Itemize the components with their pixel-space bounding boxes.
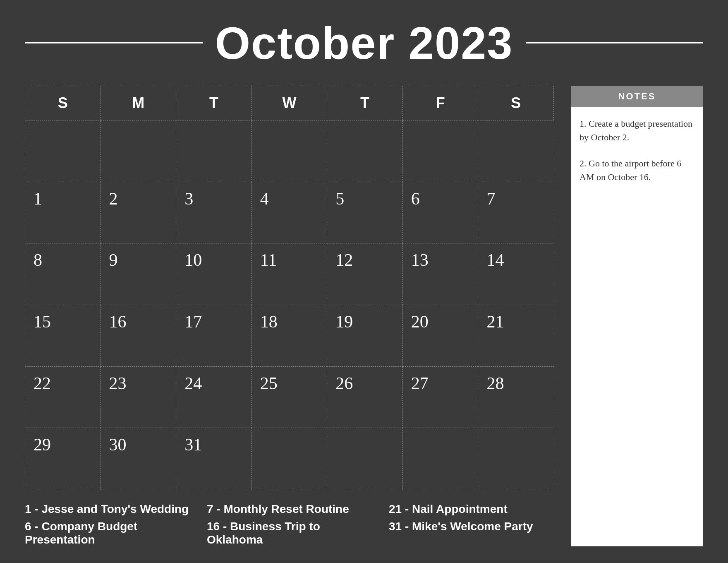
day-cell-9: 9 [101, 243, 177, 305]
day-header-fri: F [403, 86, 479, 120]
day-cell-19: 19 [327, 305, 403, 367]
day-cell-21: 21 [478, 305, 554, 367]
header-line-left [25, 42, 203, 43]
header: October 2023 [25, 17, 703, 69]
day-cell-1: 1 [25, 182, 101, 244]
day-cell-empty [25, 120, 101, 182]
day-cell-empty [252, 120, 328, 182]
day-cell-28: 28 [478, 367, 554, 428]
day-cell-25: 25 [252, 367, 328, 428]
event-6: 6 - Company Budget Presentation [25, 520, 190, 546]
day-cell-14: 14 [478, 243, 554, 305]
event-7: 7 - Monthly Reset Routine [207, 503, 372, 516]
day-cell-27: 27 [403, 367, 479, 428]
day-cell-26: 26 [327, 367, 403, 428]
day-cell-3: 3 [176, 182, 252, 244]
day-cell-empty [478, 428, 554, 490]
day-cell-empty [327, 120, 403, 182]
day-cell-15: 15 [25, 305, 101, 367]
day-cell-29: 29 [25, 428, 101, 490]
header-line-right [526, 42, 704, 43]
day-cell-empty [327, 428, 403, 490]
day-cell-18: 18 [252, 305, 328, 367]
notes-container: NOTES 1. Create a budget presentation by… [571, 86, 703, 546]
day-cell-20: 20 [403, 305, 479, 367]
main-content: S M T W T F S 1 2 3 4 5 [25, 86, 703, 546]
day-header-mon: M [101, 86, 177, 120]
day-cell-11: 11 [252, 243, 328, 305]
notes-body: 1. Create a budget presentation by Octob… [571, 107, 703, 546]
page-title: October 2023 [215, 17, 513, 69]
events-footer: 1 - Jesse and Tony's Wedding 7 - Monthly… [25, 503, 554, 546]
day-cell-4: 4 [252, 182, 328, 244]
day-cell-empty [403, 428, 479, 490]
day-cell-empty [252, 428, 328, 490]
day-cell-23: 23 [101, 367, 177, 428]
day-header-thu: T [327, 86, 403, 120]
day-cell-empty [176, 120, 252, 182]
day-cell-5: 5 [327, 182, 403, 244]
day-header-wed: W [252, 86, 328, 120]
day-header-sat: S [478, 86, 554, 120]
notes-header: NOTES [571, 86, 703, 107]
event-21: 21 - Nail Appointment [389, 503, 554, 516]
day-cell-8: 8 [25, 243, 101, 305]
day-header-sun: S [25, 86, 101, 120]
day-cell-17: 17 [176, 305, 252, 367]
event-16: 16 - Business Trip to Oklahoma [207, 520, 372, 546]
day-cell-16: 16 [101, 305, 177, 367]
day-cell-empty [478, 120, 554, 182]
day-cell-12: 12 [327, 243, 403, 305]
event-31: 31 - Mike's Welcome Party [389, 520, 554, 546]
day-cell-7: 7 [478, 182, 554, 244]
day-cell-10: 10 [176, 243, 252, 305]
day-cell-empty [403, 120, 479, 182]
day-header-tue: T [176, 86, 252, 120]
notes-section: NOTES 1. Create a budget presentation by… [571, 86, 703, 546]
calendar-section: S M T W T F S 1 2 3 4 5 [25, 86, 554, 546]
day-cell-24: 24 [176, 367, 252, 428]
day-cell-22: 22 [25, 367, 101, 428]
day-cell-13: 13 [403, 243, 479, 305]
day-cell-31: 31 [176, 428, 252, 490]
day-cell-2: 2 [101, 182, 177, 244]
page-container: October 2023 S M T W T F S [0, 0, 728, 563]
day-cell-empty [101, 120, 177, 182]
calendar-grid: S M T W T F S 1 2 3 4 5 [25, 86, 554, 490]
notes-note-2: 2. Go to the airport before 6 AM on Octo… [580, 156, 694, 184]
day-cell-6: 6 [403, 182, 479, 244]
event-1: 1 - Jesse and Tony's Wedding [25, 503, 190, 516]
notes-note-1: 1. Create a budget presentation by Octob… [580, 117, 694, 144]
day-cell-30: 30 [101, 428, 177, 490]
